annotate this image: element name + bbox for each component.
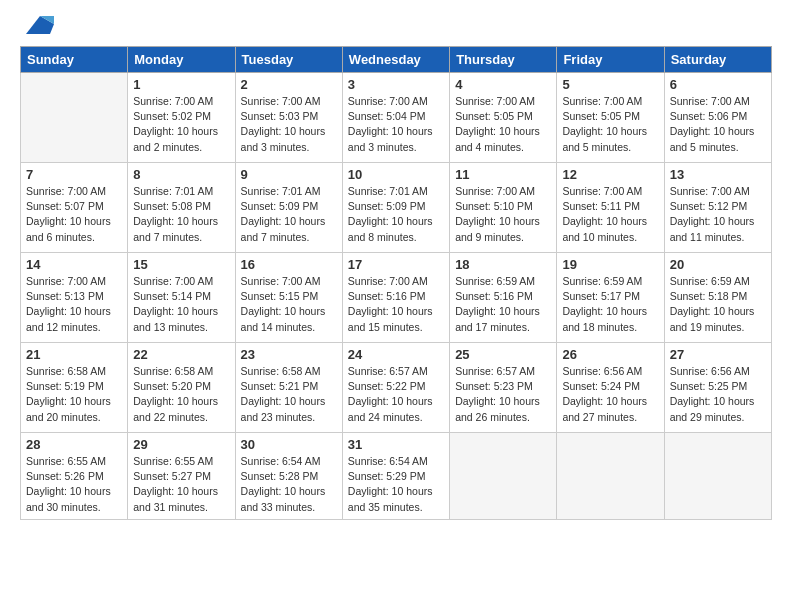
calendar-day-cell: 24Sunrise: 6:57 AMSunset: 5:22 PMDayligh… <box>342 343 449 433</box>
day-info: Sunrise: 7:00 AMSunset: 5:05 PMDaylight:… <box>562 94 658 155</box>
calendar-col-header: Thursday <box>450 47 557 73</box>
calendar-day-cell: 15Sunrise: 7:00 AMSunset: 5:14 PMDayligh… <box>128 253 235 343</box>
day-number: 2 <box>241 77 337 92</box>
day-info: Sunrise: 7:00 AMSunset: 5:07 PMDaylight:… <box>26 184 122 245</box>
calendar-week-row: 28Sunrise: 6:55 AMSunset: 5:26 PMDayligh… <box>21 433 772 520</box>
day-number: 10 <box>348 167 444 182</box>
calendar-day-cell <box>450 433 557 520</box>
calendar-week-row: 7Sunrise: 7:00 AMSunset: 5:07 PMDaylight… <box>21 163 772 253</box>
day-info: Sunrise: 6:56 AMSunset: 5:25 PMDaylight:… <box>670 364 766 425</box>
calendar-day-cell: 16Sunrise: 7:00 AMSunset: 5:15 PMDayligh… <box>235 253 342 343</box>
day-number: 4 <box>455 77 551 92</box>
calendar-week-row: 1Sunrise: 7:00 AMSunset: 5:02 PMDaylight… <box>21 73 772 163</box>
day-info: Sunrise: 6:57 AMSunset: 5:22 PMDaylight:… <box>348 364 444 425</box>
day-info: Sunrise: 6:59 AMSunset: 5:17 PMDaylight:… <box>562 274 658 335</box>
day-number: 26 <box>562 347 658 362</box>
day-info: Sunrise: 7:01 AMSunset: 5:08 PMDaylight:… <box>133 184 229 245</box>
calendar-col-header: Friday <box>557 47 664 73</box>
day-info: Sunrise: 6:55 AMSunset: 5:27 PMDaylight:… <box>133 454 229 515</box>
day-number: 12 <box>562 167 658 182</box>
calendar-day-cell: 14Sunrise: 7:00 AMSunset: 5:13 PMDayligh… <box>21 253 128 343</box>
day-info: Sunrise: 7:00 AMSunset: 5:12 PMDaylight:… <box>670 184 766 245</box>
calendar-day-cell: 20Sunrise: 6:59 AMSunset: 5:18 PMDayligh… <box>664 253 771 343</box>
day-number: 13 <box>670 167 766 182</box>
calendar-day-cell: 26Sunrise: 6:56 AMSunset: 5:24 PMDayligh… <box>557 343 664 433</box>
day-number: 7 <box>26 167 122 182</box>
day-number: 18 <box>455 257 551 272</box>
day-info: Sunrise: 6:54 AMSunset: 5:28 PMDaylight:… <box>241 454 337 515</box>
calendar-day-cell: 21Sunrise: 6:58 AMSunset: 5:19 PMDayligh… <box>21 343 128 433</box>
calendar-day-cell: 12Sunrise: 7:00 AMSunset: 5:11 PMDayligh… <box>557 163 664 253</box>
day-info: Sunrise: 7:00 AMSunset: 5:16 PMDaylight:… <box>348 274 444 335</box>
day-number: 28 <box>26 437 122 452</box>
calendar-day-cell: 17Sunrise: 7:00 AMSunset: 5:16 PMDayligh… <box>342 253 449 343</box>
day-info: Sunrise: 6:55 AMSunset: 5:26 PMDaylight:… <box>26 454 122 515</box>
day-number: 25 <box>455 347 551 362</box>
calendar-day-cell: 10Sunrise: 7:01 AMSunset: 5:09 PMDayligh… <box>342 163 449 253</box>
day-number: 24 <box>348 347 444 362</box>
day-info: Sunrise: 7:00 AMSunset: 5:05 PMDaylight:… <box>455 94 551 155</box>
day-info: Sunrise: 7:00 AMSunset: 5:11 PMDaylight:… <box>562 184 658 245</box>
calendar-week-row: 21Sunrise: 6:58 AMSunset: 5:19 PMDayligh… <box>21 343 772 433</box>
calendar-col-header: Monday <box>128 47 235 73</box>
calendar-table: SundayMondayTuesdayWednesdayThursdayFrid… <box>20 46 772 520</box>
day-info: Sunrise: 7:00 AMSunset: 5:10 PMDaylight:… <box>455 184 551 245</box>
calendar-day-cell: 13Sunrise: 7:00 AMSunset: 5:12 PMDayligh… <box>664 163 771 253</box>
calendar-day-cell: 3Sunrise: 7:00 AMSunset: 5:04 PMDaylight… <box>342 73 449 163</box>
calendar-day-cell: 22Sunrise: 6:58 AMSunset: 5:20 PMDayligh… <box>128 343 235 433</box>
day-info: Sunrise: 6:58 AMSunset: 5:19 PMDaylight:… <box>26 364 122 425</box>
day-number: 17 <box>348 257 444 272</box>
day-info: Sunrise: 7:01 AMSunset: 5:09 PMDaylight:… <box>241 184 337 245</box>
day-number: 31 <box>348 437 444 452</box>
day-number: 20 <box>670 257 766 272</box>
day-number: 27 <box>670 347 766 362</box>
calendar-day-cell: 9Sunrise: 7:01 AMSunset: 5:09 PMDaylight… <box>235 163 342 253</box>
calendar-day-cell: 23Sunrise: 6:58 AMSunset: 5:21 PMDayligh… <box>235 343 342 433</box>
day-info: Sunrise: 7:00 AMSunset: 5:14 PMDaylight:… <box>133 274 229 335</box>
day-info: Sunrise: 7:01 AMSunset: 5:09 PMDaylight:… <box>348 184 444 245</box>
day-info: Sunrise: 6:54 AMSunset: 5:29 PMDaylight:… <box>348 454 444 515</box>
day-info: Sunrise: 6:59 AMSunset: 5:18 PMDaylight:… <box>670 274 766 335</box>
calendar-day-cell: 7Sunrise: 7:00 AMSunset: 5:07 PMDaylight… <box>21 163 128 253</box>
day-info: Sunrise: 7:00 AMSunset: 5:15 PMDaylight:… <box>241 274 337 335</box>
calendar-col-header: Wednesday <box>342 47 449 73</box>
calendar-day-cell <box>664 433 771 520</box>
calendar-day-cell <box>557 433 664 520</box>
day-number: 14 <box>26 257 122 272</box>
logo <box>20 20 54 36</box>
day-number: 1 <box>133 77 229 92</box>
day-info: Sunrise: 7:00 AMSunset: 5:13 PMDaylight:… <box>26 274 122 335</box>
day-info: Sunrise: 7:00 AMSunset: 5:06 PMDaylight:… <box>670 94 766 155</box>
day-number: 11 <box>455 167 551 182</box>
calendar-day-cell: 4Sunrise: 7:00 AMSunset: 5:05 PMDaylight… <box>450 73 557 163</box>
calendar-day-cell: 8Sunrise: 7:01 AMSunset: 5:08 PMDaylight… <box>128 163 235 253</box>
day-info: Sunrise: 7:00 AMSunset: 5:04 PMDaylight:… <box>348 94 444 155</box>
calendar-day-cell: 2Sunrise: 7:00 AMSunset: 5:03 PMDaylight… <box>235 73 342 163</box>
calendar-day-cell: 18Sunrise: 6:59 AMSunset: 5:16 PMDayligh… <box>450 253 557 343</box>
calendar-day-cell: 19Sunrise: 6:59 AMSunset: 5:17 PMDayligh… <box>557 253 664 343</box>
calendar-header-row: SundayMondayTuesdayWednesdayThursdayFrid… <box>21 47 772 73</box>
day-number: 5 <box>562 77 658 92</box>
page: SundayMondayTuesdayWednesdayThursdayFrid… <box>0 0 792 612</box>
calendar-day-cell: 27Sunrise: 6:56 AMSunset: 5:25 PMDayligh… <box>664 343 771 433</box>
calendar-day-cell: 1Sunrise: 7:00 AMSunset: 5:02 PMDaylight… <box>128 73 235 163</box>
day-number: 23 <box>241 347 337 362</box>
calendar-day-cell: 5Sunrise: 7:00 AMSunset: 5:05 PMDaylight… <box>557 73 664 163</box>
calendar-day-cell: 28Sunrise: 6:55 AMSunset: 5:26 PMDayligh… <box>21 433 128 520</box>
calendar-day-cell: 31Sunrise: 6:54 AMSunset: 5:29 PMDayligh… <box>342 433 449 520</box>
day-info: Sunrise: 6:58 AMSunset: 5:21 PMDaylight:… <box>241 364 337 425</box>
day-number: 22 <box>133 347 229 362</box>
day-number: 21 <box>26 347 122 362</box>
day-info: Sunrise: 7:00 AMSunset: 5:03 PMDaylight:… <box>241 94 337 155</box>
day-info: Sunrise: 6:58 AMSunset: 5:20 PMDaylight:… <box>133 364 229 425</box>
day-number: 8 <box>133 167 229 182</box>
calendar-col-header: Tuesday <box>235 47 342 73</box>
day-number: 30 <box>241 437 337 452</box>
day-info: Sunrise: 6:59 AMSunset: 5:16 PMDaylight:… <box>455 274 551 335</box>
day-number: 15 <box>133 257 229 272</box>
day-number: 3 <box>348 77 444 92</box>
day-info: Sunrise: 6:57 AMSunset: 5:23 PMDaylight:… <box>455 364 551 425</box>
calendar-col-header: Saturday <box>664 47 771 73</box>
calendar-day-cell: 6Sunrise: 7:00 AMSunset: 5:06 PMDaylight… <box>664 73 771 163</box>
calendar-day-cell: 29Sunrise: 6:55 AMSunset: 5:27 PMDayligh… <box>128 433 235 520</box>
